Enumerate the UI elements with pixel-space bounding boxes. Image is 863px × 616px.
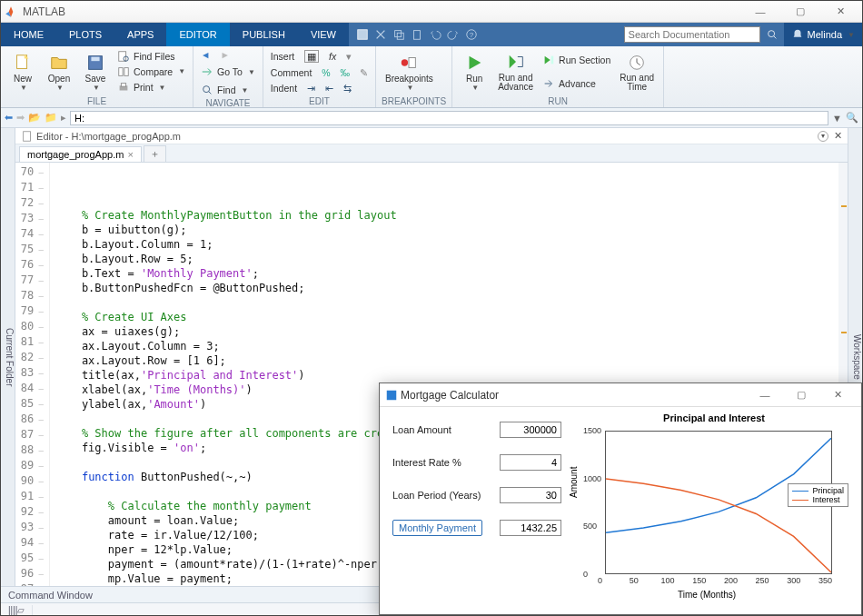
path-dropdown-icon[interactable]: ▼	[832, 113, 842, 124]
redo-icon[interactable]	[447, 28, 460, 41]
app-icon	[385, 389, 398, 402]
svg-rect-9	[91, 56, 99, 61]
path-search-icon[interactable]: 🔍	[846, 112, 858, 124]
loan-amount-label: Loan Amount	[392, 424, 451, 435]
nav-fwd-icon[interactable]: ➡	[16, 112, 25, 124]
run-button[interactable]: Run▼	[458, 48, 491, 95]
save-button[interactable]: Save▼	[79, 48, 112, 95]
interest-rate-input[interactable]	[500, 454, 561, 471]
svg-point-16	[203, 86, 210, 93]
play-icon	[464, 53, 484, 73]
monthly-payment-output	[500, 520, 561, 536]
find-files-icon	[117, 50, 130, 63]
advance-button[interactable]: Advance	[541, 76, 612, 91]
compare-button[interactable]: Compare▼	[115, 65, 187, 79]
run-section-icon	[542, 54, 555, 66]
folder-up-icon[interactable]: 📂	[28, 112, 41, 124]
new-button[interactable]: New▼	[6, 48, 39, 95]
ribbon-group-run: RUN	[458, 95, 658, 107]
tab-view[interactable]: VIEW	[298, 23, 349, 46]
ribbon-group-navigate: NAVIGATE	[199, 97, 257, 109]
mortgage-calculator-window: Mortgage Calculator — ▢ ✕ Loan Amount In…	[379, 383, 862, 615]
print-icon	[117, 81, 130, 94]
run-section-button[interactable]: Run Section	[541, 53, 612, 67]
paste-icon[interactable]	[411, 28, 423, 41]
panel-menu-icon[interactable]: ▾	[818, 131, 828, 142]
document-icon	[21, 130, 34, 143]
current-folder-panel-tab[interactable]: Current Folder	[1, 128, 15, 586]
clock-icon	[627, 52, 647, 72]
quick-access-toolbar: ?	[349, 23, 485, 46]
chart-ylabel: Amount	[569, 467, 579, 498]
cut-icon[interactable]	[374, 28, 387, 41]
status-busy-icon: ||||▱	[1, 605, 33, 615]
nav-back-button[interactable]: ◄ ►	[199, 48, 257, 61]
minimize-button[interactable]: —	[742, 3, 779, 21]
svg-text:?: ?	[470, 31, 474, 39]
popup-maximize-button[interactable]: ▢	[783, 386, 819, 404]
file-tab[interactable]: mortgage_progApp.m×	[19, 146, 142, 162]
new-tab-button[interactable]: ＋	[144, 145, 166, 162]
svg-rect-22	[387, 390, 397, 400]
print-button[interactable]: Print▼	[115, 80, 187, 94]
svg-rect-12	[119, 68, 123, 76]
tab-plots[interactable]: PLOTS	[56, 23, 114, 46]
loan-period-input[interactable]	[500, 487, 561, 503]
find-files-button[interactable]: Find Files	[115, 49, 187, 64]
indent-button[interactable]: Indent ⇥ ⇤ ⇆	[269, 82, 370, 94]
nav-back-icon[interactable]: ⬅	[5, 112, 13, 124]
popup-close-button[interactable]: ✕	[819, 386, 856, 404]
folder-icon[interactable]: 📁	[45, 112, 57, 124]
comment-button[interactable]: Comment % ‰ ✎	[269, 66, 370, 79]
monthly-payment-button[interactable]: Monthly Payment	[392, 520, 482, 536]
help-icon[interactable]: ?	[465, 28, 478, 41]
tab-publish[interactable]: PUBLISH	[230, 23, 298, 46]
path-field[interactable]: H:	[70, 111, 828, 125]
tab-close-icon[interactable]: ×	[127, 149, 133, 160]
undo-icon[interactable]	[429, 28, 441, 41]
svg-point-6	[768, 31, 774, 37]
editor-file-tabs: mortgage_progApp.m× ＋	[15, 144, 848, 163]
loan-amount-input[interactable]	[500, 422, 561, 438]
tab-apps[interactable]: APPS	[114, 23, 166, 46]
current-folder-bar: ⬅ ➡ 📂 📁 ▸ H: ▼ 🔍	[1, 108, 862, 128]
bell-icon[interactable]	[791, 28, 804, 41]
chevron-down-icon: ▼	[848, 31, 855, 39]
tab-editor[interactable]: EDITOR	[166, 23, 229, 46]
user-name: Melinda	[808, 29, 843, 40]
close-button[interactable]: ✕	[822, 3, 858, 21]
svg-rect-19	[551, 56, 554, 65]
main-tabstrip: HOME PLOTS APPS EDITOR PUBLISH VIEW ? Me…	[1, 23, 862, 46]
svg-rect-13	[124, 68, 128, 76]
save-icon[interactable]	[356, 28, 369, 41]
compare-icon	[117, 65, 130, 78]
breakpoints-button[interactable]: Breakpoints▼	[382, 48, 437, 95]
save-icon	[85, 53, 105, 73]
chart-legend: Principal Interest	[788, 483, 848, 507]
svg-rect-3	[414, 31, 421, 40]
popup-minimize-button[interactable]: —	[747, 386, 783, 404]
breakpoints-icon	[399, 53, 419, 73]
user-menu[interactable]: Melinda▼	[784, 23, 862, 46]
svg-rect-15	[121, 84, 125, 87]
new-file-icon	[13, 53, 33, 73]
tab-home[interactable]: HOME	[1, 23, 56, 46]
run-time-button[interactable]: Run and Time	[616, 48, 658, 95]
maximize-button[interactable]: ▢	[782, 3, 818, 21]
search-input[interactable]	[624, 26, 760, 43]
search-icon[interactable]	[766, 28, 779, 41]
panel-close-icon[interactable]: ✕	[834, 130, 842, 142]
copy-icon[interactable]	[392, 28, 405, 41]
insert-button[interactable]: Insert ▦ fx ▾	[269, 49, 370, 64]
chart-xlabel: Time (Months)	[678, 590, 736, 600]
open-button[interactable]: Open▼	[43, 48, 75, 95]
goto-button[interactable]: Go To▼	[199, 65, 257, 79]
run-advance-icon	[506, 52, 526, 72]
search-icon	[201, 84, 213, 96]
run-advance-button[interactable]: Run and Advance	[494, 48, 537, 95]
window-title: MATLAB	[23, 5, 742, 18]
ribbon: New▼ Open▼ Save▼ Find Files Compare▼ Pri…	[1, 46, 862, 108]
svg-rect-2	[397, 33, 403, 39]
advance-icon	[542, 77, 555, 90]
find-button[interactable]: Find▼	[199, 83, 257, 97]
